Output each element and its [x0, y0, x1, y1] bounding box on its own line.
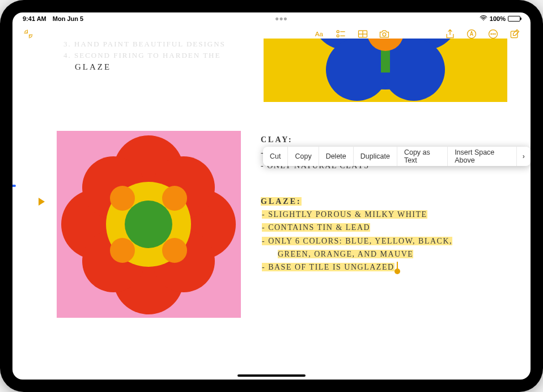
svg-point-35	[162, 238, 187, 263]
status-time: 9:41 AM	[23, 15, 46, 22]
svg-point-36	[125, 201, 172, 248]
home-indicator[interactable]	[237, 374, 306, 377]
wifi-icon	[480, 14, 487, 23]
menu-cut[interactable]: Cut	[263, 147, 288, 166]
markup-icon[interactable]	[466, 28, 477, 40]
menu-delete[interactable]: Delete	[319, 147, 354, 166]
glaze-line-3b[interactable]: GREEN, ORANGE, AND MAUVE	[261, 248, 413, 261]
more-icon[interactable]	[487, 28, 499, 40]
svg-point-0	[483, 20, 484, 21]
camera-icon[interactable]	[379, 28, 390, 40]
svg-point-4	[337, 35, 339, 37]
battery-percent: 100%	[490, 15, 506, 22]
menu-insert-space-above[interactable]: Insert Space Above	[448, 147, 517, 166]
multitask-dots-icon[interactable]: •••	[275, 14, 288, 24]
header-line-1: 3. HAND PAINT BEAUTIFUL DESIGNS	[63, 39, 226, 50]
header-glaze-label: GLAZE	[75, 62, 111, 72]
svg-text:Aa: Aa	[315, 30, 324, 37]
ipad-frame: 9:41 AM Mon Jun 5 ••• 100%	[0, 0, 543, 392]
pink-flower-image[interactable]	[57, 131, 241, 318]
ipad-screen: 9:41 AM Mon Jun 5 ••• 100%	[12, 12, 531, 380]
svg-point-14	[495, 33, 495, 34]
svg-point-33	[162, 186, 187, 211]
glaze-title[interactable]: GLAZE:	[261, 195, 520, 208]
top-flower-image[interactable]	[264, 39, 507, 102]
checklist-icon[interactable]	[336, 28, 347, 40]
svg-point-2	[337, 31, 339, 33]
glaze-line-3[interactable]: - ONLY 6 COLORS: BLUE, YELLOW, BLACK,	[261, 235, 452, 248]
status-bar: 9:41 AM Mon Jun 5 ••• 100%	[12, 12, 531, 25]
menu-more-arrow-icon[interactable]: ›	[517, 147, 531, 166]
svg-point-32	[110, 186, 135, 211]
glaze-line-4[interactable]: - BASE OF TILE IS UNGLAZED	[261, 261, 400, 274]
compose-icon[interactable]	[509, 28, 520, 40]
text-format-icon[interactable]: Aa	[314, 28, 325, 40]
header-line-2: 4. SECOND FIRING TO HARDEN THE	[63, 50, 226, 61]
content-area: 3. HAND PAINT BEAUTIFUL DESIGNS 4. SECON…	[12, 43, 531, 380]
menu-duplicate[interactable]: Duplicate	[354, 147, 397, 166]
table-icon[interactable]	[357, 28, 368, 40]
share-icon[interactable]	[444, 28, 456, 40]
menu-copy-as-text[interactable]: Copy as Text	[397, 147, 448, 166]
status-right: 100%	[480, 14, 520, 23]
glaze-line-1[interactable]: - SLIGHTLY POROUS & MILKY WHITE	[261, 208, 427, 221]
svg-point-13	[493, 33, 493, 34]
status-left: 9:41 AM Mon Jun 5	[23, 15, 83, 22]
clay-title[interactable]: CLAY:	[261, 133, 520, 146]
collapse-icon[interactable]	[23, 28, 34, 40]
battery-icon	[508, 16, 520, 22]
glaze-line-2[interactable]: - CONTAINS TIN & LEAD	[261, 221, 370, 234]
svg-point-34	[110, 238, 135, 263]
selection-handle-icon[interactable]	[394, 262, 400, 274]
status-date: Mon Jun 5	[53, 15, 83, 22]
header-faded-text: 3. HAND PAINT BEAUTIFUL DESIGNS 4. SECON…	[63, 39, 226, 61]
svg-point-10	[468, 30, 476, 39]
svg-point-9	[383, 33, 386, 36]
menu-copy[interactable]: Copy	[288, 147, 319, 166]
svg-point-12	[491, 33, 491, 34]
drawing-caret-icon[interactable]	[39, 198, 45, 206]
context-menu: Cut Copy Delete Duplicate Copy as Text I…	[263, 147, 531, 166]
